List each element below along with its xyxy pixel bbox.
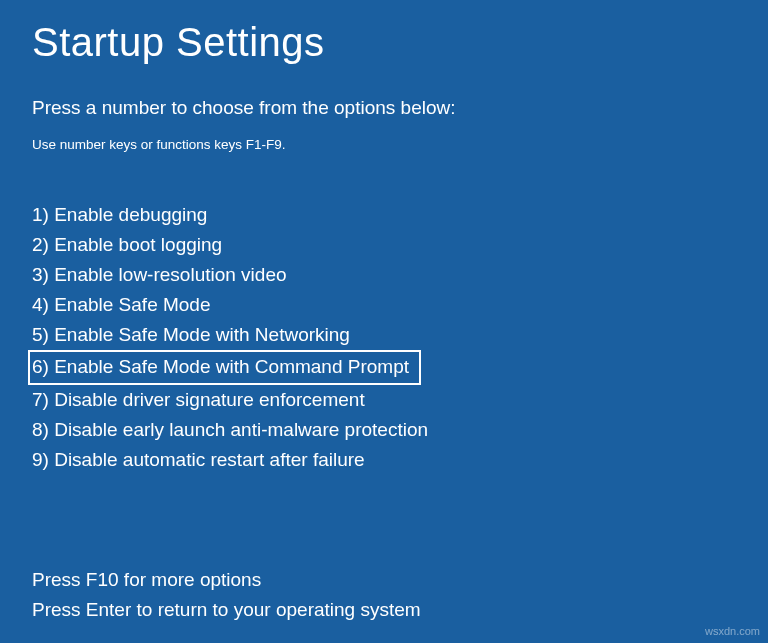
watermark: wsxdn.com	[705, 625, 760, 637]
footer-return: Press Enter to return to your operating …	[32, 595, 736, 624]
key-hint: Use number keys or functions keys F1-F9.	[32, 137, 736, 152]
footer-instructions: Press F10 for more options Press Enter t…	[32, 565, 736, 624]
option-3[interactable]: 3) Enable low-resolution video	[32, 260, 287, 290]
options-list: 1) Enable debugging 2) Enable boot loggi…	[32, 200, 736, 475]
option-7[interactable]: 7) Disable driver signature enforcement	[32, 385, 365, 415]
footer-more-options: Press F10 for more options	[32, 565, 736, 594]
option-1[interactable]: 1) Enable debugging	[32, 200, 207, 230]
option-2[interactable]: 2) Enable boot logging	[32, 230, 222, 260]
page-title: Startup Settings	[32, 20, 736, 65]
option-8[interactable]: 8) Disable early launch anti-malware pro…	[32, 415, 428, 445]
option-4[interactable]: 4) Enable Safe Mode	[32, 290, 211, 320]
instruction-subtitle: Press a number to choose from the option…	[32, 97, 736, 119]
startup-settings-screen: Startup Settings Press a number to choos…	[0, 0, 768, 624]
option-6[interactable]: 6) Enable Safe Mode with Command Prompt	[28, 350, 421, 385]
option-9[interactable]: 9) Disable automatic restart after failu…	[32, 445, 365, 475]
option-5[interactable]: 5) Enable Safe Mode with Networking	[32, 320, 350, 350]
